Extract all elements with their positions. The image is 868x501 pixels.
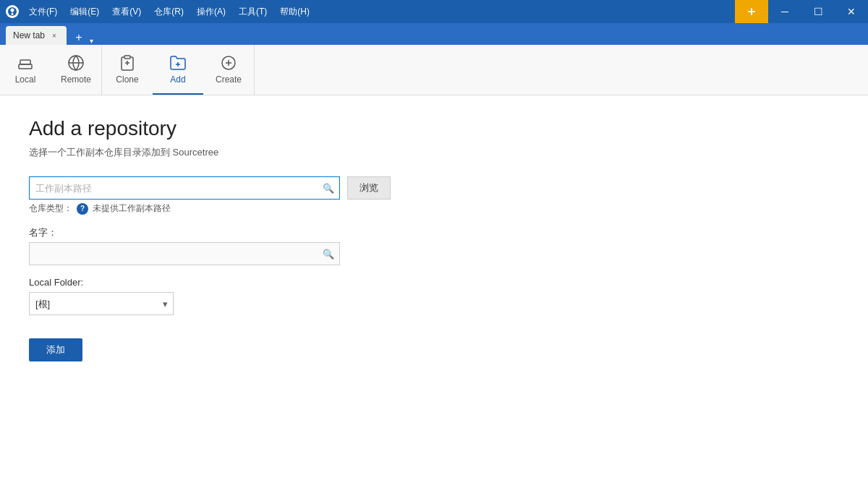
repo-type-status: 未提供工作副本路径 xyxy=(93,202,171,215)
repo-type-label: 仓库类型： xyxy=(29,202,72,215)
local-folder-select-wrapper: [根] xyxy=(29,292,174,315)
toolbar-remote-label: Remote xyxy=(61,74,91,85)
menu-view[interactable]: 查看(V) xyxy=(106,3,147,21)
minimize-button[interactable]: ─ xyxy=(768,0,801,23)
menu-file[interactable]: 文件(F) xyxy=(23,3,63,21)
path-input[interactable] xyxy=(29,176,340,200)
path-search-icon: 🔍 xyxy=(323,183,334,194)
svg-rect-8 xyxy=(124,56,130,59)
svg-rect-7 xyxy=(20,60,30,64)
tab-bar: New tab × + ▾ xyxy=(0,23,868,45)
menu-bar: 文件(F) 编辑(E) 查看(V) 仓库(R) 操作(A) 工具(T) 帮助(H… xyxy=(23,3,735,21)
window-controls: ─ ☐ ✕ xyxy=(735,0,868,23)
main-content: Add a repository 选择一个工作副本仓库目录添加到 Sourcet… xyxy=(0,95,868,383)
menu-help[interactable]: 帮助(H) xyxy=(274,3,315,21)
menu-tools[interactable]: 工具(T) xyxy=(233,3,273,21)
name-label: 名字： xyxy=(29,226,839,239)
toolbar-clone-label: Clone xyxy=(116,74,138,85)
toolbar-add-button[interactable]: Add xyxy=(153,45,203,95)
local-folder-select[interactable]: [根] xyxy=(29,292,174,315)
pin-button[interactable] xyxy=(735,0,768,23)
toolbar-local-label: Local xyxy=(15,74,36,85)
menu-repo[interactable]: 仓库(R) xyxy=(148,3,190,21)
menu-edit[interactable]: 编辑(E) xyxy=(64,3,105,21)
name-form-group: 名字： 🔍 xyxy=(29,226,839,265)
svg-rect-6 xyxy=(19,64,32,69)
title-bar: 文件(F) 编辑(E) 查看(V) 仓库(R) 操作(A) 工具(T) 帮助(H… xyxy=(0,0,868,23)
menu-actions[interactable]: 操作(A) xyxy=(191,3,231,21)
toolbar: Local Remote Clone Add xyxy=(0,45,868,95)
toolbar-actions-section: Clone Add Create xyxy=(102,45,255,95)
add-button[interactable]: 添加 xyxy=(29,338,82,361)
svg-point-2 xyxy=(12,13,14,15)
path-input-row: 🔍 浏览 xyxy=(29,176,839,200)
toolbar-create-label: Create xyxy=(216,74,242,85)
local-folder-form-group: Local Folder: [根] xyxy=(29,277,839,315)
path-input-wrapper: 🔍 xyxy=(29,176,340,200)
app-logo xyxy=(6,5,19,18)
tab-label: New tab xyxy=(13,30,45,40)
add-tab-button[interactable]: + xyxy=(69,30,88,45)
repo-type-row: 仓库类型： ? 未提供工作副本路径 xyxy=(29,202,839,215)
local-folder-label: Local Folder: xyxy=(29,277,839,288)
name-search-icon: 🔍 xyxy=(323,249,334,260)
toolbar-local-button[interactable]: Local xyxy=(0,45,51,95)
close-button[interactable]: ✕ xyxy=(835,0,868,23)
page-title: Add a repository xyxy=(29,117,839,140)
toolbar-clone-button[interactable]: Clone xyxy=(102,45,153,95)
tab-dropdown-button[interactable]: ▾ xyxy=(90,37,93,45)
new-tab[interactable]: New tab × xyxy=(6,26,67,45)
help-icon[interactable]: ? xyxy=(77,203,88,215)
page-subtitle: 选择一个工作副本仓库目录添加到 Sourcetree xyxy=(29,146,839,159)
toolbar-remote-button[interactable]: Remote xyxy=(51,45,101,95)
path-form-group: 🔍 浏览 仓库类型： ? 未提供工作副本路径 xyxy=(29,176,839,215)
svg-point-1 xyxy=(11,9,14,12)
svg-rect-5 xyxy=(751,8,752,15)
name-input-wrapper: 🔍 xyxy=(29,242,340,265)
toolbar-add-label: Add xyxy=(170,74,185,85)
name-input[interactable] xyxy=(29,242,340,265)
tab-close-button[interactable]: × xyxy=(49,30,59,40)
toolbar-local-remote-section: Local Remote xyxy=(0,45,102,95)
toolbar-create-button[interactable]: Create xyxy=(203,45,254,95)
browse-button[interactable]: 浏览 xyxy=(347,176,391,200)
maximize-button[interactable]: ☐ xyxy=(801,0,835,23)
